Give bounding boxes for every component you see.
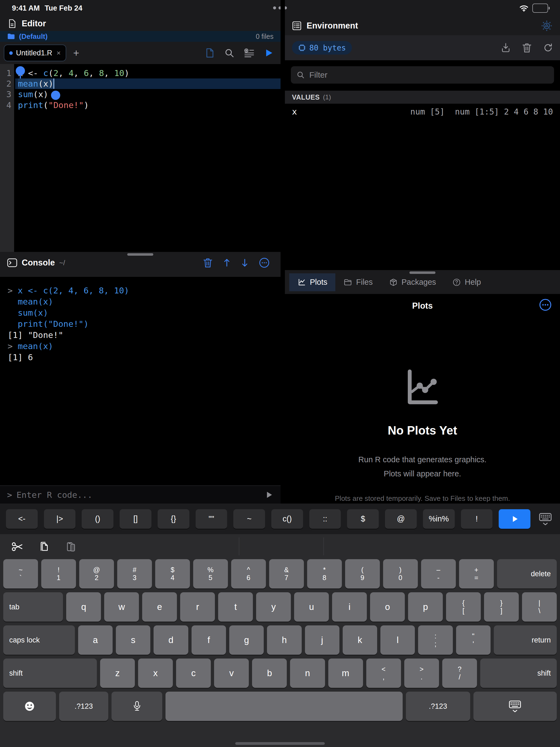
key->[interactable]: >. (404, 659, 439, 688)
snippet-key[interactable]: [] (119, 509, 152, 529)
emoji-key[interactable] (3, 692, 56, 721)
filter-field[interactable] (291, 66, 554, 84)
key-n[interactable]: n (290, 659, 325, 688)
key-@[interactable]: @2 (79, 559, 114, 589)
delete-key[interactable]: delete (497, 559, 557, 589)
key-|[interactable]: |\ (522, 592, 557, 622)
key-z[interactable]: z (100, 659, 135, 688)
selection-handle-start[interactable] (16, 66, 25, 75)
environment-variable-row[interactable]: xnum [5]num [1:5] 2 4 6 8 10 (285, 104, 560, 120)
memory-usage-badge[interactable]: 80 bytes (292, 41, 352, 55)
split-view-divider[interactable] (281, 0, 285, 504)
run-file-icon[interactable] (264, 48, 273, 58)
key-![interactable]: !1 (41, 559, 76, 589)
key-?[interactable]: ?/ (442, 659, 477, 688)
snippet-key[interactable]: @ (385, 509, 417, 529)
scroll-down-icon[interactable] (241, 258, 248, 267)
scroll-up-icon[interactable] (223, 258, 231, 267)
key-~[interactable]: ~` (3, 559, 38, 589)
key-}[interactable]: }] (484, 592, 519, 622)
key-b[interactable]: b (252, 659, 287, 688)
key-q[interactable]: q (66, 592, 101, 622)
key-e[interactable]: e (142, 592, 177, 622)
caps-lock-key[interactable]: caps lock (3, 625, 75, 655)
console-input-row[interactable]: > (0, 485, 281, 504)
key-k[interactable]: k (343, 625, 377, 655)
filter-input[interactable] (309, 70, 549, 80)
gear-icon[interactable] (540, 20, 553, 32)
tab-files[interactable]: Files (335, 273, 381, 291)
key-{[interactable]: {[ (446, 592, 481, 622)
key-$[interactable]: $4 (155, 559, 190, 589)
selection-handle-end[interactable] (51, 91, 60, 100)
key-–[interactable]: –- (421, 559, 456, 589)
plots-more-icon[interactable] (539, 298, 552, 311)
code-line-text[interactable]: print("Done!") (15, 100, 281, 110)
key-i[interactable]: i (332, 592, 367, 622)
key-g[interactable]: g (229, 625, 264, 655)
key-&[interactable]: &7 (269, 559, 304, 589)
tab-packages[interactable]: Packages (381, 273, 444, 291)
key-w[interactable]: w (104, 592, 139, 622)
snippet-key[interactable]: $ (347, 509, 379, 529)
new-file-icon[interactable] (205, 48, 215, 58)
key-u[interactable]: u (294, 592, 329, 622)
key-p[interactable]: p (408, 592, 443, 622)
key-)[interactable]: )0 (383, 559, 418, 589)
key-m[interactable]: m (328, 659, 363, 688)
clear-console-icon[interactable] (203, 258, 213, 268)
snippet-key[interactable]: <- (6, 509, 38, 529)
code-line[interactable]: 1x <- c(2, 4, 6, 8, 10) (0, 68, 281, 78)
dismiss-keyboard-key[interactable] (474, 692, 557, 721)
tab-key[interactable]: tab (3, 592, 63, 622)
key-^[interactable]: ^6 (231, 559, 266, 589)
key-x[interactable]: x (138, 659, 173, 688)
key-r[interactable]: r (180, 592, 215, 622)
snippet-key[interactable]: :: (309, 509, 341, 529)
console-input[interactable] (16, 490, 261, 500)
key-*[interactable]: *8 (307, 559, 342, 589)
numbers-key-left[interactable]: .?123 (59, 692, 109, 721)
key-h[interactable]: h (267, 625, 301, 655)
snippet-key[interactable]: c() (271, 509, 303, 529)
key-<[interactable]: <, (366, 659, 401, 688)
tab-untitled1[interactable]: Untitled1.R × (4, 45, 66, 61)
outline-icon[interactable] (244, 48, 255, 58)
code-line-text[interactable]: mean(x) (15, 78, 281, 89)
shift-right-key[interactable]: shift (480, 659, 557, 688)
snippet-key[interactable]: "" (196, 509, 228, 529)
trash-icon[interactable] (522, 43, 532, 53)
cut-icon[interactable] (11, 540, 24, 553)
console-more-icon[interactable] (259, 257, 270, 268)
key-v[interactable]: v (214, 659, 249, 688)
key-o[interactable]: o (370, 592, 405, 622)
key-d[interactable]: d (154, 625, 188, 655)
key-t[interactable]: t (218, 592, 253, 622)
key-"[interactable]: "' (456, 625, 490, 655)
shift-left-key[interactable]: shift (3, 659, 97, 688)
run-selection-button[interactable] (499, 509, 530, 529)
key-:[interactable]: :; (418, 625, 453, 655)
snippet-key[interactable]: ~ (233, 509, 265, 529)
copy-icon[interactable] (38, 540, 51, 553)
tab-close-icon[interactable]: × (57, 49, 61, 57)
snippet-key[interactable]: %in% (423, 509, 455, 529)
key-y[interactable]: y (256, 592, 291, 622)
home-indicator[interactable] (235, 742, 325, 745)
snippet-key[interactable]: {} (158, 509, 189, 529)
snippet-key[interactable]: () (82, 509, 113, 529)
new-tab-button[interactable]: + (73, 47, 79, 59)
key-s[interactable]: s (116, 625, 150, 655)
snippet-key[interactable]: |> (44, 509, 76, 529)
return-key[interactable]: return (494, 625, 557, 655)
key-j[interactable]: j (305, 625, 340, 655)
export-icon[interactable] (501, 43, 511, 53)
tab-plots[interactable]: Plots (289, 273, 335, 291)
snippet-key[interactable]: ! (461, 509, 493, 529)
values-section-header[interactable]: VALUES (1) (285, 91, 560, 104)
code-editor[interactable]: 1x <- c(2, 4, 6, 8, 10)2mean(x)3sum(x)4p… (0, 64, 281, 252)
key-([interactable]: (9 (345, 559, 380, 589)
key-%[interactable]: %5 (193, 559, 228, 589)
key-c[interactable]: c (176, 659, 211, 688)
dictation-key[interactable] (111, 692, 162, 721)
